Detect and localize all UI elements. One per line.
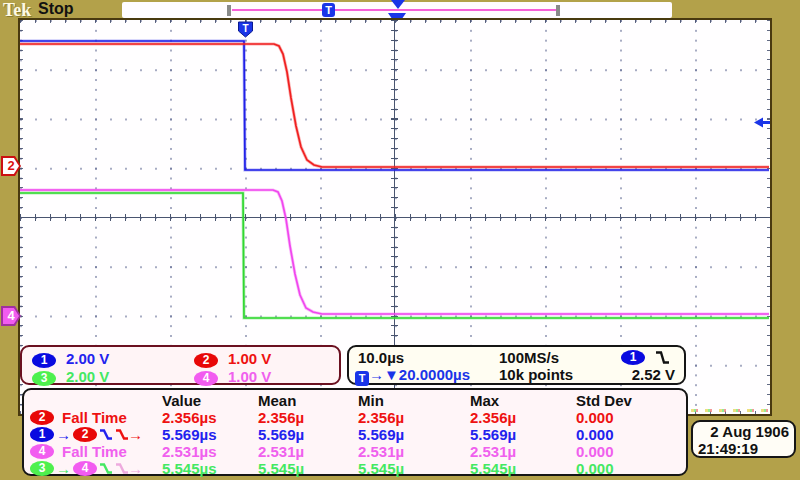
measurement-row-4-min: 5.545µ xyxy=(358,460,470,477)
trace-ch1 xyxy=(20,41,769,170)
record-length: 10k points xyxy=(499,366,573,383)
measurement-row-2-std: 0.000 xyxy=(576,426,684,443)
record-center-icon xyxy=(391,0,405,9)
trace-ch3 xyxy=(20,193,769,318)
measurement-row-3-max: 2.531µ xyxy=(470,443,576,460)
timebase-trigger-readout: 10.0µs 100MS/s 1 T→▼20.0000µs 10k points… xyxy=(347,345,686,385)
measurement-row-3-value: 2.531µs xyxy=(162,443,258,460)
measurement-header-std-dev: Std Dev xyxy=(576,392,684,409)
trigger-level-arrow-icon xyxy=(754,117,770,128)
measurement-row-3-min: 2.531µ xyxy=(358,443,470,460)
channel-1-scale-readout: 12.00 V xyxy=(32,350,109,368)
delay-arrows: →▼ xyxy=(369,366,399,383)
trigger-slope-falling-icon xyxy=(655,350,670,365)
measurement-row-3-std: 0.000 xyxy=(576,443,684,460)
trigger-source-badge: 1 xyxy=(621,350,645,365)
delay-tail-arrow: → xyxy=(128,426,143,443)
delay-tail-arrow: → xyxy=(128,460,143,477)
channel-3-volts-per-div: 2.00 V xyxy=(66,368,109,385)
measurement-row-2-min: 5.569µ xyxy=(358,426,470,443)
measurement-row-2-mean: 5.569µ xyxy=(258,426,358,443)
measurement-type-label: Fall Time xyxy=(62,409,127,426)
measurement-row-1-std: 0.000 xyxy=(576,409,684,426)
measurement-row-1-max: 2.356µ xyxy=(470,409,576,426)
datetime-box: 2 Aug 1906 21:49:19 xyxy=(691,420,796,458)
trace-ch2 xyxy=(20,44,769,167)
measurement-row-2-label: 1→2→ xyxy=(30,426,162,443)
channel-3-badge: 3 xyxy=(32,371,56,386)
channel-3-scale-readout: 32.00 V xyxy=(32,368,109,386)
measurement-grid: ValueMeanMinMaxStd Dev2Fall Time2.356µs2… xyxy=(30,392,684,477)
measurement-header-mean: Mean xyxy=(258,392,358,409)
falling-edge-icon xyxy=(115,428,129,441)
measurement-type-label: Fall Time xyxy=(62,443,127,460)
measurement-row-3-label: 4Fall Time xyxy=(30,443,162,460)
measurement-header-value: Value xyxy=(162,392,258,409)
oscilloscope-screen: Tek Stop T T 2 4 xyxy=(0,0,800,480)
ch4-position-marker: 4 xyxy=(1,306,21,326)
record-start-bracket xyxy=(227,5,231,16)
delay-value: 20.0000µs xyxy=(399,366,470,383)
trigger-delay-readout: T→▼20.0000µs xyxy=(355,366,470,386)
measurement-source-badge-ch2: 2 xyxy=(30,410,54,425)
channel-1-badge: 1 xyxy=(32,353,56,368)
timebase-scale: 10.0µs xyxy=(358,349,404,366)
measurement-row-4-mean: 5.545µ xyxy=(258,460,358,477)
trace-ch2 xyxy=(20,44,769,167)
measurement-row-4-value: 5.545µs xyxy=(162,460,258,477)
trace-ch1 xyxy=(20,41,769,170)
trigger-position-flag-icon: T xyxy=(237,21,254,38)
measurement-source-badge-ch4: 4 xyxy=(73,461,97,476)
measurement-row-2-max: 5.569µ xyxy=(470,426,576,443)
measurement-table: ValueMeanMinMaxStd Dev2Fall Time2.356µs2… xyxy=(22,388,688,476)
measurement-row-4-std: 0.000 xyxy=(576,460,684,477)
channel-2-badge: 2 xyxy=(194,353,218,368)
measurement-row-3-mean: 2.531µ xyxy=(258,443,358,460)
delay-arrow: → xyxy=(56,426,71,443)
measurement-source-badge-ch3: 3 xyxy=(30,461,54,476)
trace-ch4 xyxy=(20,190,769,314)
time-value: 21:49:19 xyxy=(698,440,758,457)
record-end-bracket xyxy=(556,5,560,16)
channel-2-scale-readout: 21.00 V xyxy=(194,350,271,368)
measurement-source-badge-ch1: 1 xyxy=(30,427,54,442)
channel-4-volts-per-div: 1.00 V xyxy=(228,368,271,385)
measurement-row-4-label: 3→4→ xyxy=(30,460,162,477)
channel-1-volts-per-div: 2.00 V xyxy=(66,350,109,367)
tek-logo: Tek xyxy=(3,0,31,21)
delay-trigger-icon: T xyxy=(355,371,369,386)
measurement-row-1-value: 2.356µs xyxy=(162,409,258,426)
falling-edge-icon xyxy=(115,462,129,475)
channel-2-volts-per-div: 1.00 V xyxy=(228,350,271,367)
channel-4-scale-readout: 41.00 V xyxy=(194,368,271,386)
ch2-position-marker: 2 xyxy=(1,156,21,176)
channel-scale-readout: 12.00 V21.00 V32.00 V41.00 V xyxy=(20,345,341,385)
record-waveform-line xyxy=(232,9,558,11)
svg-text:T: T xyxy=(242,23,248,34)
falling-edge-icon xyxy=(99,462,113,475)
acquisition-status: Stop xyxy=(38,0,74,18)
delay-arrow: → xyxy=(56,460,71,477)
falling-edge-icon xyxy=(99,428,113,441)
trigger-level-value: 2.52 V xyxy=(632,366,675,383)
measurement-row-1-mean: 2.356µ xyxy=(258,409,358,426)
measurement-row-2-value: 5.569µs xyxy=(162,426,258,443)
trace-ch4 xyxy=(20,190,769,314)
measurement-source-badge-ch4: 4 xyxy=(30,444,54,459)
measurement-header-max: Max xyxy=(470,392,576,409)
date-value: 2 Aug 1906 xyxy=(710,423,789,440)
measurement-row-1-label: 2Fall Time xyxy=(30,409,162,426)
channel-4-badge: 4 xyxy=(194,371,218,386)
sample-rate: 100MS/s xyxy=(499,349,559,366)
measurement-header-min: Min xyxy=(358,392,470,409)
measurement-row-4-max: 5.545µ xyxy=(470,460,576,477)
measurement-source-badge-ch2: 2 xyxy=(73,427,97,442)
record-trigger-icon: T xyxy=(322,3,335,17)
trace-ch3 xyxy=(20,193,769,318)
measurement-row-1-min: 2.356µ xyxy=(358,409,470,426)
